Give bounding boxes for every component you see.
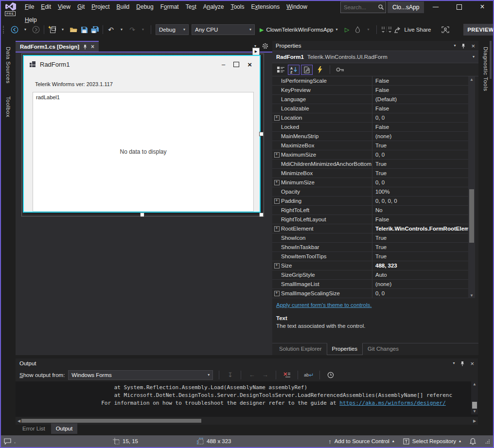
pin-icon[interactable] — [461, 43, 466, 49]
chevron-down-icon[interactable]: ▾ — [454, 44, 456, 48]
menu-project[interactable]: Project — [88, 0, 113, 14]
output-link[interactable]: https://aka.ms/winforms/designer/ — [339, 400, 446, 406]
navigate-back-button[interactable] — [9, 24, 20, 35]
menu-git[interactable]: Git — [74, 0, 88, 14]
menu-file[interactable]: File — [21, 0, 37, 14]
open-file-button[interactable] — [68, 24, 79, 35]
word-wrap-icon[interactable]: ab↵ — [304, 372, 314, 378]
panel-tab-error-list[interactable]: Error List — [18, 423, 50, 434]
property-row-rootelement[interactable]: +RootElementTelerik.WinControls.FormRoot… — [272, 224, 468, 233]
redo-icon[interactable]: ↷ — [127, 24, 138, 35]
property-row-showitemtooltips[interactable]: ShowItemToolTipsTrue — [272, 252, 468, 261]
navigate-forward-button[interactable] — [31, 24, 41, 35]
debug-dots-icon[interactable] — [379, 24, 394, 35]
menu-debug[interactable]: Debug — [133, 0, 157, 14]
menu-extensions[interactable]: Extensions — [247, 0, 283, 14]
goto-message-icon[interactable]: ↧ — [225, 371, 235, 378]
expand-plus-icon[interactable]: + — [272, 180, 281, 185]
resize-handle-right[interactable] — [259, 132, 264, 136]
sidebar-tab-toolbox[interactable]: Toolbox — [5, 93, 11, 120]
scroll-down-icon[interactable]: ▼ — [471, 409, 478, 414]
live-share-button[interactable]: Live Share — [394, 26, 431, 33]
undo-caret[interactable]: ▾ — [116, 24, 127, 35]
close-icon[interactable]: × — [471, 43, 475, 49]
menu-window[interactable]: Window — [283, 0, 311, 14]
next-message-icon[interactable]: → — [260, 371, 270, 378]
scroll-up-icon[interactable]: ▲ — [468, 76, 475, 82]
menu-view[interactable]: View — [54, 0, 74, 14]
output-source-select[interactable]: Windows Forms ▾ — [68, 370, 213, 380]
property-row-showintaskbar[interactable]: ShowInTaskbarTrue — [272, 243, 468, 252]
radform-design-window[interactable]: RadForm1 – × Telerik Winforms ver: 2023.… — [23, 55, 261, 213]
expand-plus-icon[interactable]: + — [272, 291, 281, 296]
new-project-caret[interactable]: ▾ — [57, 24, 68, 35]
property-row-size[interactable]: +Size488, 323 — [272, 261, 468, 270]
properties-scrollbar[interactable]: ▲ ▼ — [468, 76, 475, 298]
maximize-button[interactable] — [449, 0, 469, 14]
sort-az-icon[interactable]: AZ — [288, 65, 300, 75]
start-debugging-button[interactable]: ▶ ClownTelerikWinFormsApp ▾ — [260, 27, 338, 33]
previous-message-icon[interactable]: ← — [247, 371, 257, 378]
new-project-button[interactable] — [47, 24, 57, 35]
property-row-mainmenustrip[interactable]: MainMenuStrip(none) — [272, 132, 468, 141]
clear-all-icon[interactable] — [282, 372, 292, 378]
property-row-righttoleftlayout[interactable]: RightToLeftLayoutFalse — [272, 215, 468, 224]
property-row-padding[interactable]: +Padding0, 0, 0, 0 — [272, 197, 468, 206]
menu-build[interactable]: Build — [113, 0, 133, 14]
hot-reload-icon[interactable] — [353, 24, 363, 35]
select-repository-button[interactable]: Select Repository ▴ — [403, 438, 461, 445]
toolbar-grip[interactable] — [3, 26, 6, 34]
bell-icon[interactable] — [470, 438, 476, 445]
property-row-maximizebox[interactable]: MaximizeBoxTrue — [272, 141, 468, 150]
menu-analyze[interactable]: Analyze — [200, 0, 228, 14]
undo-icon[interactable]: ↶ — [106, 24, 116, 35]
chevron-down-icon[interactable]: ▾ — [453, 361, 455, 365]
property-row-keypreview[interactable]: KeyPreviewFalse — [272, 86, 468, 95]
start-without-debugging-icon[interactable]: ▷ — [342, 24, 353, 35]
search-box[interactable] — [340, 1, 386, 13]
property-row-smallimagescalingsize[interactable]: +SmallImageScalingSize0, 0 — [272, 289, 468, 298]
design-surface[interactable]: ▶ RadForm1 – × Telerik Winforms ver: 202… — [16, 53, 272, 355]
property-row-isperformingscale[interactable]: IsPerformingScaleFalse — [272, 76, 468, 86]
properties-page-icon[interactable] — [301, 65, 313, 75]
save-all-button[interactable] — [89, 24, 100, 35]
property-row-minimumsize[interactable]: +MinimumSize0, 0 — [272, 178, 468, 187]
property-row-minimizebox[interactable]: MinimizeBoxTrue — [272, 169, 468, 178]
hot-reload-caret[interactable]: ▾ — [363, 24, 374, 35]
output-horizontal-scrollbar[interactable]: ◀ ▶ — [16, 417, 478, 425]
output-vertical-scrollbar[interactable]: ▲ ▼ — [471, 381, 478, 414]
sidebar-tab-data-sources[interactable]: Data Sources — [5, 44, 11, 87]
property-row-locked[interactable]: LockedFalse — [272, 123, 468, 132]
categorized-icon[interactable] — [275, 65, 286, 75]
property-row-opacity[interactable]: Opacity100% — [272, 187, 468, 197]
back-dropdown-caret[interactable]: ▾ — [20, 24, 31, 35]
redo-caret[interactable]: ▾ — [138, 24, 148, 35]
expand-plus-icon[interactable]: + — [272, 263, 281, 269]
property-row-mdichildrenminimizedanchorbottom[interactable]: MdiChildrenMinimizedAnchorBottomTrue — [272, 160, 468, 169]
apply-theme-link[interactable]: Apply current form's theme to controls. — [276, 302, 475, 308]
solution-configuration-select[interactable]: Debug▾ — [156, 24, 189, 35]
minimize-button[interactable]: — — [426, 0, 445, 14]
property-row-maximumsize[interactable]: +MaximumSize0, 0 — [272, 150, 468, 160]
pin-icon[interactable] — [460, 361, 465, 366]
feedback-icon[interactable] — [440, 24, 451, 35]
tab-radform1-design[interactable]: RadForm1.cs [Design] × — [16, 41, 99, 52]
message-icon[interactable] — [4, 438, 11, 445]
sidebar-tab-diagnostic-tools[interactable]: Diagnostic Tools — [483, 44, 489, 94]
scrollbar-thumb[interactable] — [472, 402, 477, 409]
resize-grip-icon[interactable] — [485, 439, 490, 444]
resize-handle-bottom[interactable] — [140, 213, 144, 217]
object-selector[interactable]: RadForm1 Telerik.WinControls.UI.RadForm … — [272, 51, 478, 63]
panel-tab-output[interactable]: Output — [51, 423, 78, 434]
tab-solution-explorer[interactable]: Solution Explorer — [274, 343, 327, 355]
scrollbar-thumb[interactable] — [469, 189, 474, 243]
scrollbar-thumb[interactable] — [21, 419, 201, 423]
close-button[interactable]: × — [473, 0, 492, 14]
close-icon[interactable]: × — [470, 360, 474, 367]
menu-format[interactable]: Format — [157, 0, 182, 14]
expand-plus-icon[interactable]: + — [272, 198, 281, 204]
resize-handle-corner[interactable] — [259, 213, 264, 217]
property-row-righttoleft[interactable]: RightToLeftNo — [272, 206, 468, 215]
property-pages-icon[interactable] — [334, 65, 346, 75]
expand-plus-icon[interactable]: + — [272, 152, 281, 158]
